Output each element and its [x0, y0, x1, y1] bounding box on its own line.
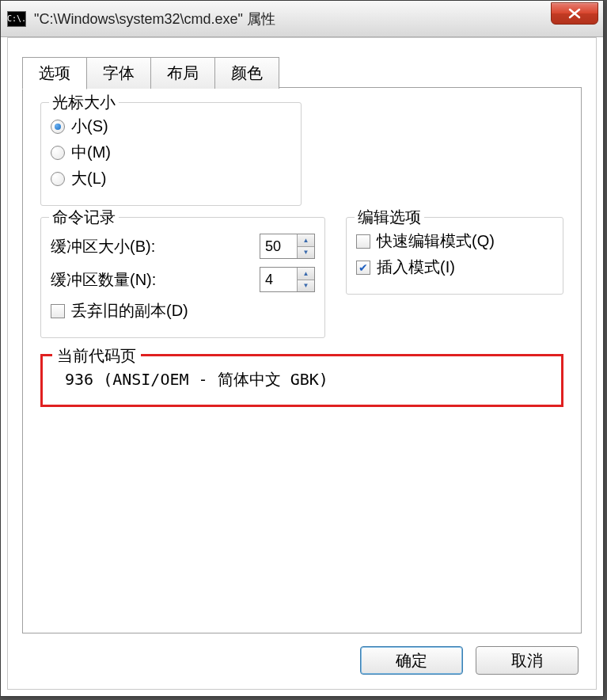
insert-mode-label: 插入模式(I) [377, 257, 455, 278]
tabs: 选项 字体 布局 颜色 [22, 57, 596, 89]
dialog-body: 选项 字体 布局 颜色 光标大小 小(S) 中(M) 大(L) [7, 37, 597, 690]
checkbox-icon: ✔ [356, 261, 370, 275]
properties-dialog: C:\. "C:\Windows\system32\cmd.exe" 属性 选项… [0, 0, 604, 697]
codepage-legend: 当前代码页 [52, 345, 141, 367]
tab-layout[interactable]: 布局 [150, 57, 215, 89]
cmd-icon: C:\. [7, 11, 26, 27]
buffer-size-input[interactable] [260, 234, 297, 258]
codepage-group: 当前代码页 936 (ANSI/OEM - 简体中文 GBK) [40, 354, 563, 407]
codepage-value: 936 (ANSI/OEM - 简体中文 GBK) [54, 364, 550, 392]
quick-edit-checkbox[interactable]: 快速编辑模式(Q) [356, 230, 553, 252]
command-history-group: 命令记录 缓冲区大小(B): ▲ ▼ [40, 217, 325, 338]
buffer-count-spinner[interactable]: ▲ ▼ [260, 267, 315, 292]
tab-colors[interactable]: 颜色 [214, 57, 279, 89]
spinner-down-button[interactable]: ▼ [298, 280, 314, 292]
edit-options-legend: 编辑选项 [355, 207, 424, 228]
cursor-size-label: 小(S) [71, 116, 108, 137]
titlebar[interactable]: C:\. "C:\Windows\system32\cmd.exe" 属性 [1, 1, 603, 37]
ok-button[interactable]: 确定 [360, 646, 463, 675]
buffer-size-spinner[interactable]: ▲ ▼ [260, 234, 315, 259]
insert-mode-checkbox[interactable]: ✔ 插入模式(I) [356, 257, 553, 278]
radio-icon [51, 146, 65, 160]
checkbox-icon [356, 234, 370, 249]
cursor-size-group: 光标大小 小(S) 中(M) 大(L) [40, 102, 302, 206]
spinner-up-button[interactable]: ▲ [298, 234, 314, 247]
discard-old-checkbox[interactable]: 丢弃旧的副本(D) [51, 300, 315, 321]
cursor-size-medium[interactable]: 中(M) [51, 142, 291, 163]
tab-content: 光标大小 小(S) 中(M) 大(L) 命令记录 [22, 87, 582, 633]
cursor-size-legend: 光标大小 [49, 92, 119, 113]
edit-options-group: 编辑选项 快速编辑模式(Q) ✔ 插入模式(I) [346, 217, 563, 295]
buffer-count-input[interactable] [260, 268, 297, 291]
cursor-size-large[interactable]: 大(L) [51, 168, 291, 189]
buffer-count-label: 缓冲区数量(N): [51, 269, 260, 291]
spinner-down-button[interactable]: ▼ [298, 247, 314, 259]
window-title: "C:\Windows\system32\cmd.exe" 属性 [34, 10, 275, 29]
checkbox-icon [51, 304, 65, 318]
cursor-size-label: 大(L) [71, 168, 106, 189]
cursor-size-label: 中(M) [71, 142, 111, 163]
cursor-size-small[interactable]: 小(S) [51, 116, 291, 137]
tab-font[interactable]: 字体 [86, 57, 151, 89]
cancel-button[interactable]: 取消 [476, 646, 579, 675]
radio-icon [51, 120, 65, 134]
spinner-up-button[interactable]: ▲ [298, 268, 314, 280]
tab-options[interactable]: 选项 [22, 57, 87, 89]
quick-edit-label: 快速编辑模式(Q) [377, 230, 495, 252]
buffer-size-label: 缓冲区大小(B): [51, 236, 260, 257]
radio-icon [51, 172, 65, 186]
discard-old-label: 丢弃旧的副本(D) [71, 300, 188, 321]
close-button[interactable] [551, 2, 598, 25]
dialog-buttons: 确定 取消 [360, 646, 579, 675]
close-icon [568, 8, 581, 19]
command-history-legend: 命令记录 [49, 207, 119, 228]
